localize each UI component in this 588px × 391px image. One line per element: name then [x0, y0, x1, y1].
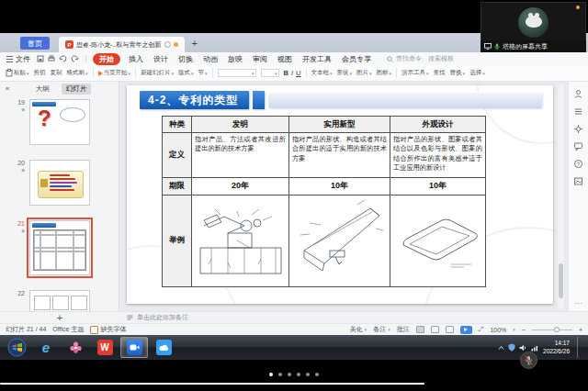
reading-view-button[interactable] — [446, 326, 454, 333]
select-button[interactable]: 选择▾ — [469, 69, 485, 77]
taskbar-tool-button[interactable] — [62, 337, 89, 358]
slide-19-thumbnail[interactable]: ? — [29, 99, 90, 145]
more-tools-button[interactable]: ⋯ — [575, 300, 582, 307]
slide-canvas[interactable]: 4-2、专利的类型 种类 发明 实用新型 外观设计 定义 — [127, 85, 553, 304]
thumbnail-row-22[interactable]: 22 — [0, 290, 119, 311]
thumbnail-row-21-selected[interactable]: 21◆ — [0, 220, 119, 275]
tray-expand-icon[interactable] — [498, 345, 504, 351]
slide-title-banner[interactable]: 4-2、专利的类型 — [140, 91, 249, 109]
menu-tab-transition[interactable]: 切换 — [176, 54, 195, 64]
taskbar-ie-button[interactable]: e — [32, 337, 60, 358]
print-icon[interactable] — [48, 55, 55, 62]
new-slide-button[interactable]: 新建幻灯片▾ — [141, 69, 174, 77]
muted-mic-button[interactable] — [520, 352, 537, 369]
menu-tab-review[interactable]: 审阅 — [251, 54, 269, 64]
taskbar-clock[interactable]: 14:17 2022/6/26 — [543, 340, 570, 354]
command-search[interactable]: 查找命令、搜索模板 — [387, 54, 454, 63]
list-icon[interactable] — [573, 106, 583, 117]
menu-tab-devtools[interactable]: 开发工具 — [300, 54, 334, 64]
volume-icon[interactable] — [519, 344, 527, 352]
missing-font-warning[interactable]: 缺失字体 — [90, 325, 126, 334]
comment-icon[interactable] — [573, 141, 583, 151]
player-page-dots[interactable] — [269, 373, 319, 376]
add-slide-button[interactable]: + — [57, 313, 62, 323]
slide-sorter-view-button[interactable] — [431, 326, 439, 333]
zoom-slider[interactable] — [532, 330, 572, 330]
menu-tab-member[interactable]: 会员专享 — [340, 54, 373, 64]
font-size-select[interactable]: ▾ — [261, 69, 279, 77]
patent-types-table[interactable]: 种类 发明 实用新型 外观设计 定义 指对产品、方法或者其改进所提出的新的技术方… — [162, 116, 486, 287]
find-button[interactable]: 查找 — [434, 69, 446, 77]
format-painter-button[interactable]: 格式刷▾ — [67, 69, 88, 77]
notes-bar[interactable]: 单击此处添加备注 — [119, 312, 588, 323]
slide-21-thumbnail[interactable] — [29, 220, 90, 275]
textbox-button[interactable]: 文本框▾ — [311, 69, 333, 77]
bold-button[interactable]: B — [284, 69, 288, 77]
paste-button[interactable]: 粘贴▾ — [6, 69, 29, 77]
question-mark-graphic: ? — [38, 107, 51, 129]
zoom-in-button[interactable]: + — [579, 327, 582, 333]
menu-tab-slideshow[interactable]: 放映 — [226, 54, 244, 64]
menu-tab-design[interactable]: 设计 — [152, 54, 170, 64]
replace-button[interactable]: 替换▾ — [450, 69, 466, 77]
menu-tab-home[interactable]: 开始 — [93, 53, 120, 65]
save-icon[interactable] — [37, 55, 44, 62]
slide-22-thumbnail[interactable] — [29, 290, 90, 311]
cut-button[interactable]: 剪切 — [34, 69, 46, 77]
slide-editor[interactable]: 4-2、专利的类型 种类 发明 实用新型 外观设计 定义 — [119, 82, 568, 311]
theme-name[interactable]: Office 主题 — [52, 325, 84, 334]
section-button[interactable]: 节▾ — [198, 69, 208, 77]
shape-button[interactable]: 形状▾ — [337, 69, 353, 77]
icon-library-button[interactable]: 图标▾ — [377, 69, 392, 77]
page-dot-active[interactable] — [269, 373, 273, 376]
beautify-button[interactable]: 美化 ▾ — [350, 325, 367, 334]
play-from-current-button[interactable]: 当页开始▾ — [98, 69, 131, 77]
fit-slide-icon[interactable]: ⤢ — [479, 326, 484, 333]
taskbar-meeting-button-active[interactable] — [120, 337, 148, 358]
menu-file[interactable]: 文件 — [6, 54, 30, 64]
home-button[interactable]: 首页 — [20, 37, 50, 50]
properties-icon[interactable] — [573, 89, 583, 99]
document-tab[interactable]: P 思睿-陈小龙-..权与青年之创新 — [59, 37, 185, 52]
undo-icon[interactable] — [59, 55, 67, 62]
underline-button[interactable]: U — [296, 69, 300, 77]
wps-icon: W — [97, 340, 113, 355]
normal-view-button[interactable] — [416, 326, 424, 333]
slide-20-thumbnail[interactable] — [29, 160, 90, 206]
security-shield-icon[interactable] — [508, 343, 515, 352]
menu-tab-animation[interactable]: 动画 — [201, 54, 220, 64]
scrollbar-thumb[interactable] — [559, 263, 563, 298]
font-family-select[interactable]: ▾ — [218, 69, 256, 77]
thumbnail-row-20[interactable]: 20◆ — [0, 160, 119, 206]
menu-tab-insert[interactable]: 插入 — [127, 54, 145, 64]
taskbar-wps-button[interactable]: W — [91, 337, 119, 358]
network-icon[interactable] — [531, 344, 539, 352]
comments-toggle-button[interactable]: 批注 — [397, 325, 410, 334]
editor-scrollbar[interactable] — [558, 84, 564, 309]
italic-button[interactable]: I — [291, 69, 293, 77]
presentation-tools-button[interactable]: 演示工具▾ — [401, 69, 429, 77]
taskbar-cloud-button[interactable] — [150, 337, 177, 358]
picture-button[interactable]: 图片▾ — [356, 69, 372, 77]
zoom-out-button[interactable]: − — [522, 327, 526, 333]
redo-icon[interactable] — [71, 55, 79, 62]
new-tab-button[interactable]: + — [192, 39, 198, 49]
layout-button[interactable]: 版式▾ — [178, 69, 194, 77]
menu-tab-view[interactable]: 视图 — [276, 54, 294, 64]
notes-toggle-button[interactable]: 备注 ▾ — [373, 325, 390, 334]
zoom-slider-knob[interactable] — [554, 327, 560, 332]
help-icon[interactable]: ? — [573, 159, 583, 169]
start-button[interactable] — [3, 337, 30, 358]
tab-close-icon[interactable] — [164, 41, 171, 48]
copy-button[interactable]: 复制 — [51, 69, 62, 77]
settings-icon[interactable] — [573, 124, 583, 134]
slideshow-button[interactable] — [460, 326, 472, 334]
zoom-level[interactable]: 100% — [490, 327, 506, 333]
video-progress-bar[interactable] — [0, 383, 424, 385]
thumbnail-row-19[interactable]: 19◆ ? — [0, 99, 119, 145]
tab-slides[interactable]: 幻灯片 — [62, 84, 92, 95]
show-desktop-button[interactable] — [577, 337, 582, 358]
screen-share-label-bar[interactable]: 塔格的屏幕共享 — [481, 40, 586, 52]
tab-outline[interactable]: 大纲 — [31, 84, 54, 95]
image-panel-icon[interactable] — [573, 176, 583, 186]
